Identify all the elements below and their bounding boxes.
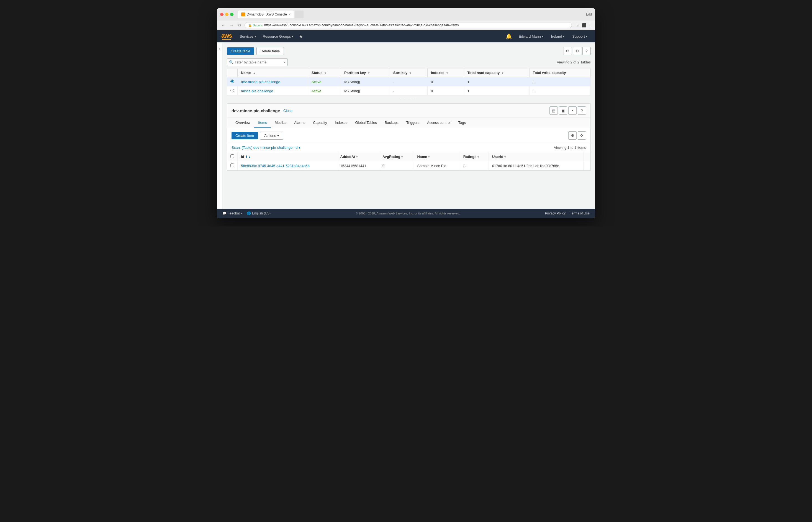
resource-groups-nav-item[interactable]: Resource Groups ▾: [259, 30, 297, 42]
new-tab-button[interactable]: [295, 11, 304, 18]
view-grid-button[interactable]: ▣: [559, 106, 567, 115]
sidebar-toggle[interactable]: ›: [217, 42, 222, 209]
detail-help-button[interactable]: ?: [578, 106, 586, 115]
tab-metrics[interactable]: Metrics: [271, 118, 290, 128]
region-label: Ireland: [551, 34, 562, 39]
tab-tags[interactable]: Tags: [455, 118, 470, 128]
clear-filter-icon[interactable]: ×: [283, 60, 286, 64]
col-indexes[interactable]: Indexes ▾: [427, 68, 464, 77]
refresh-button[interactable]: ↻: [237, 22, 242, 28]
minimize-traffic-light[interactable]: [225, 13, 228, 16]
items-col-addedat[interactable]: AddedAt ▾: [337, 152, 379, 161]
tab-title: DynamoDB · AWS Console: [247, 13, 287, 16]
close-detail-link[interactable]: Close: [283, 108, 292, 113]
col-name[interactable]: Name ▲: [237, 68, 308, 77]
item-id-link[interactable]: 5be8939c-9745-4d46-a441-5231b84d4b5b: [241, 164, 310, 168]
full-view-icon: ▪: [572, 108, 573, 113]
item-checkbox-cell[interactable]: [227, 161, 237, 170]
id-col-label: Id: [241, 155, 244, 159]
region-nav-item[interactable]: Ireland ▾: [548, 30, 568, 42]
col-sort-key[interactable]: Sort key ▾: [390, 68, 427, 77]
create-item-button[interactable]: Create item: [231, 132, 258, 139]
row-indexes-cell: 0: [427, 86, 464, 96]
aws-logo[interactable]: aws: [221, 33, 232, 40]
col-partition-key[interactable]: Partition key ▾: [341, 68, 390, 77]
status-badge: Active: [312, 80, 321, 84]
item-checkbox[interactable]: [230, 163, 234, 167]
view-split-button[interactable]: ▤: [549, 106, 558, 115]
delete-table-button[interactable]: Delete table: [256, 47, 284, 55]
bookmark-icon[interactable]: ☆: [576, 23, 580, 27]
pin-icon[interactable]: ★: [297, 34, 305, 39]
col-status[interactable]: Status ▾: [308, 68, 341, 77]
table-name-link[interactable]: mince-pie-challenge: [241, 89, 273, 93]
select-all-checkbox[interactable]: [230, 154, 234, 158]
item-ratings-cell: {}: [460, 161, 488, 170]
extensions-icon[interactable]: ⬛: [582, 23, 586, 27]
items-settings-button[interactable]: ⚙: [568, 131, 577, 140]
support-nav-item[interactable]: Support ▾: [569, 30, 591, 42]
item-row[interactable]: 5be8939c-9745-4d46-a441-5231b84d4b5b 153…: [227, 161, 590, 170]
create-table-button[interactable]: Create table: [227, 47, 254, 55]
items-col-checkbox[interactable]: [227, 152, 237, 161]
privacy-policy-link[interactable]: Privacy Policy: [545, 212, 566, 215]
address-bar[interactable]: 🔒 Secure https://eu-west-1.console.aws.a…: [245, 22, 572, 28]
filter-input[interactable]: [227, 58, 288, 66]
language-link[interactable]: 🌐 English (US): [247, 212, 271, 215]
refresh-button[interactable]: ⟳: [564, 47, 572, 55]
tables-list-container: Name ▲ Status ▾ Partition key ▾: [227, 68, 591, 96]
bell-icon[interactable]: 🔔: [503, 33, 514, 39]
tab-alarms[interactable]: Alarms: [290, 118, 309, 128]
services-nav-item[interactable]: Services ▾: [236, 30, 259, 42]
terms-of-use-link[interactable]: Terms of Use: [570, 212, 590, 215]
tab-items[interactable]: Items: [254, 118, 271, 128]
ratings-sort-icon: ▾: [477, 156, 479, 159]
row-name-cell: mince-pie-challenge: [237, 86, 308, 96]
maximize-traffic-light[interactable]: [230, 13, 233, 16]
tab-triggers[interactable]: Triggers: [402, 118, 423, 128]
resource-groups-chevron: ▾: [292, 35, 293, 38]
items-col-name[interactable]: Name ▾: [414, 152, 460, 161]
footer-right: Privacy Policy Terms of Use: [545, 212, 590, 215]
table-row[interactable]: dev-mince-pie-challenge Active Id (Strin…: [227, 77, 591, 86]
items-col-userid[interactable]: UserId ▾: [488, 152, 583, 161]
back-button[interactable]: ←: [220, 22, 226, 28]
tab-global-tables[interactable]: Global Tables: [351, 118, 381, 128]
tab-overview[interactable]: Overview: [231, 118, 254, 128]
items-col-ratings[interactable]: Ratings ▾: [460, 152, 488, 161]
menu-icon[interactable]: ⋮: [588, 23, 592, 27]
id-info-icon[interactable]: ℹ: [246, 155, 247, 159]
items-col-id[interactable]: Id ℹ ▲: [237, 152, 337, 161]
viewing-tables-text: Viewing 2 of 2 Tables: [557, 60, 591, 64]
tab-access-control[interactable]: Access control: [423, 118, 455, 128]
row-write-cell: 1: [529, 86, 590, 96]
items-col-avgrating[interactable]: AvgRating ▾: [379, 152, 414, 161]
row-radio-cell[interactable]: [227, 86, 237, 96]
forward-button[interactable]: →: [228, 22, 234, 28]
items-refresh-button[interactable]: ⟳: [578, 131, 586, 140]
tab-capacity[interactable]: Capacity: [309, 118, 331, 128]
row-radio-cell[interactable]: [227, 77, 237, 86]
actions-button[interactable]: Actions ▾: [260, 132, 283, 140]
row-name-cell: dev-mince-pie-challenge: [237, 77, 308, 86]
view-full-button[interactable]: ▪: [568, 106, 577, 115]
table-name-link[interactable]: dev-mince-pie-challenge: [241, 80, 280, 84]
tab-close-button[interactable]: ×: [289, 12, 291, 17]
row-radio[interactable]: [230, 89, 234, 92]
settings-button[interactable]: ⚙: [573, 47, 581, 55]
tab-indexes[interactable]: Indexes: [331, 118, 351, 128]
table-row[interactable]: mince-pie-challenge Active Id (String) -…: [227, 86, 591, 96]
active-tab[interactable]: DynamoDB · AWS Console ×: [238, 11, 294, 18]
row-radio[interactable]: [230, 80, 234, 83]
address-actions: ☆ ⬛ ⋮: [576, 23, 592, 27]
help-button[interactable]: ?: [582, 47, 591, 55]
tab-backups[interactable]: Backups: [381, 118, 402, 128]
row-indexes-cell: 0: [427, 77, 464, 86]
scan-link[interactable]: Scan: [Table] dev-mince-pie-challenge: I…: [231, 145, 300, 149]
toolbar-right: ⟳ ⚙ ?: [564, 47, 591, 55]
close-traffic-light[interactable]: [220, 13, 224, 16]
col-read-capacity[interactable]: Total read capacity ▾: [464, 68, 529, 77]
user-nav-item[interactable]: Edward Mann ▾: [515, 30, 546, 42]
col-write-capacity[interactable]: Total write capacity: [529, 68, 590, 77]
feedback-link[interactable]: 💬 Feedback: [222, 212, 242, 215]
